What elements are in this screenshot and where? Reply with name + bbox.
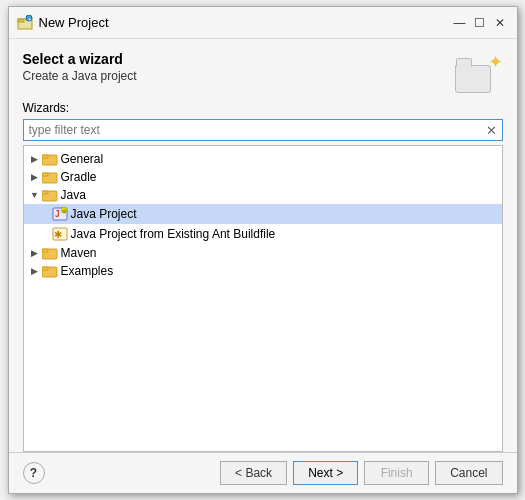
tree-item-java-ant[interactable]: ✱ Java Project from Existing Ant Buildfi… bbox=[24, 224, 502, 244]
ant-icon: ✱ bbox=[52, 226, 68, 242]
tree-item-java[interactable]: ▼ Java bbox=[24, 186, 502, 204]
dialog-title-icon: ✦ bbox=[17, 15, 33, 31]
expand-arrow-general: ▶ bbox=[28, 152, 42, 166]
folder-icon-java bbox=[42, 188, 58, 202]
header-folder-icon bbox=[455, 65, 491, 93]
svg-rect-5 bbox=[42, 155, 48, 158]
maximize-button[interactable]: ☐ bbox=[471, 14, 489, 32]
header-star-icon: ✦ bbox=[488, 51, 503, 73]
title-bar-controls: — ☐ ✕ bbox=[451, 14, 509, 32]
back-button[interactable]: < Back bbox=[220, 461, 287, 485]
expand-arrow-gradle: ▶ bbox=[28, 170, 42, 184]
svg-rect-19 bbox=[42, 267, 48, 270]
svg-text:J: J bbox=[55, 210, 60, 219]
title-bar: ✦ New Project — ☐ ✕ bbox=[9, 7, 517, 39]
finish-button[interactable]: Finish bbox=[364, 461, 429, 485]
tree-item-examples[interactable]: ▶ Examples bbox=[24, 262, 502, 280]
svg-rect-17 bbox=[42, 249, 48, 252]
header-title: Select a wizard bbox=[23, 51, 137, 67]
header-image: ✦ bbox=[455, 51, 503, 93]
tree-item-gradle[interactable]: ▶ Gradle bbox=[24, 168, 502, 186]
svg-rect-1 bbox=[18, 19, 24, 22]
tree-label-gradle: Gradle bbox=[61, 170, 97, 184]
wizards-label: Wizards: bbox=[23, 101, 503, 115]
header-text: Select a wizard Create a Java project bbox=[23, 51, 137, 83]
search-input[interactable] bbox=[24, 120, 481, 140]
folder-icon-examples bbox=[42, 264, 58, 278]
tree-label-examples: Examples bbox=[61, 264, 114, 278]
dialog-footer: ? < Back Next > Finish Cancel bbox=[9, 452, 517, 493]
help-button[interactable]: ? bbox=[23, 462, 45, 484]
svg-rect-7 bbox=[42, 173, 48, 176]
expand-arrow-examples: ▶ bbox=[28, 264, 42, 278]
tree-label-java-ant: Java Project from Existing Ant Buildfile bbox=[71, 227, 276, 241]
minimize-button[interactable]: — bbox=[451, 14, 469, 32]
wizard-tree: ▶ General ▶ Gradle bbox=[23, 145, 503, 452]
java-project-icon: J ⚙ bbox=[52, 206, 68, 222]
dialog-header: Select a wizard Create a Java project ✦ bbox=[9, 39, 517, 101]
folder-icon-general bbox=[42, 152, 58, 166]
search-box: ✕ bbox=[23, 119, 503, 141]
close-button[interactable]: ✕ bbox=[491, 14, 509, 32]
new-project-dialog: ✦ New Project — ☐ ✕ Select a wizard Crea… bbox=[8, 6, 518, 494]
cancel-button[interactable]: Cancel bbox=[435, 461, 502, 485]
folder-icon-maven bbox=[42, 246, 58, 260]
svg-text:✱: ✱ bbox=[54, 229, 62, 240]
tree-label-general: General bbox=[61, 152, 104, 166]
search-clear-button[interactable]: ✕ bbox=[481, 123, 502, 138]
tree-label-java: Java bbox=[61, 188, 86, 202]
tree-item-java-project[interactable]: J ⚙ Java Project bbox=[24, 204, 502, 224]
tree-label-java-project: Java Project bbox=[71, 207, 137, 221]
next-button[interactable]: Next > bbox=[293, 461, 358, 485]
expand-arrow-java: ▼ bbox=[28, 188, 42, 202]
tree-label-maven: Maven bbox=[61, 246, 97, 260]
expand-arrow-maven: ▶ bbox=[28, 246, 42, 260]
tree-item-general[interactable]: ▶ General bbox=[24, 150, 502, 168]
svg-rect-9 bbox=[42, 191, 48, 194]
dialog-body: Wizards: ✕ ▶ General ▶ bbox=[9, 101, 517, 452]
dialog-title: New Project bbox=[39, 15, 445, 30]
header-subtitle: Create a Java project bbox=[23, 69, 137, 83]
folder-icon-gradle bbox=[42, 170, 58, 184]
tree-item-maven[interactable]: ▶ Maven bbox=[24, 244, 502, 262]
